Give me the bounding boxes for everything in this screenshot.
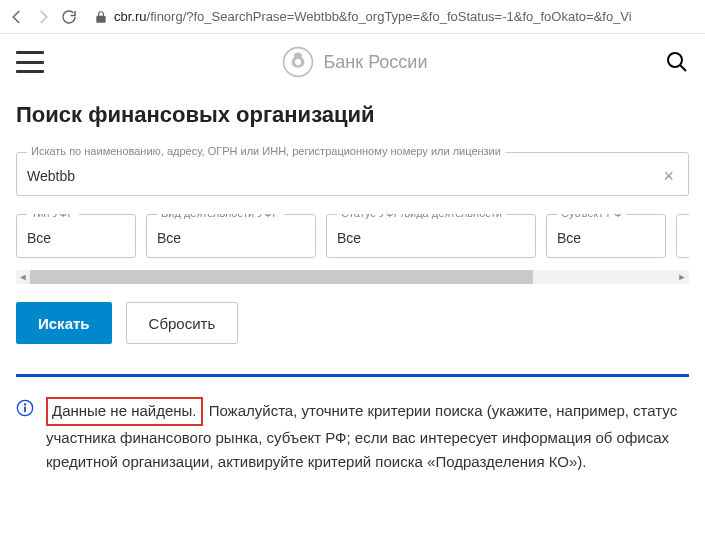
form-actions: Искать Сбросить: [16, 302, 689, 344]
scroll-track[interactable]: [30, 270, 675, 284]
filter-overflow[interactable]: [676, 214, 689, 258]
site-header: Банк России: [0, 34, 705, 90]
forward-button[interactable]: [34, 8, 52, 26]
filter-activity[interactable]: Вид деятельности УФР Все: [146, 214, 316, 258]
reload-button[interactable]: [60, 8, 78, 26]
filter-row: Тип УФР Все Вид деятельности УФР Все Ста…: [16, 214, 689, 258]
filter-type[interactable]: Тип УФР Все: [16, 214, 136, 258]
search-field-value: Webtbb: [27, 168, 75, 184]
url-text: cbr.ru/finorg/?fo_SearchPrase=Webtbb&fo_…: [114, 9, 632, 24]
svg-point-4: [24, 403, 26, 405]
filter-status-label: Статус УФР/вида деятельности: [337, 214, 506, 219]
filter-type-value: Все: [17, 215, 135, 257]
filter-activity-label: Вид деятельности УФР: [157, 214, 284, 219]
clear-search-button[interactable]: ×: [659, 167, 678, 185]
browser-toolbar: cbr.ru/finorg/?fo_SearchPrase=Webtbb&fo_…: [0, 0, 705, 34]
filter-type-label: Тип УФР: [27, 214, 79, 219]
address-bar[interactable]: cbr.ru/finorg/?fo_SearchPrase=Webtbb&fo_…: [86, 4, 697, 30]
search-field[interactable]: Искать по наименованию, адресу, ОГРН или…: [16, 152, 689, 196]
reset-button[interactable]: Сбросить: [126, 302, 239, 344]
results-notice: Данные не найдены. Пожалуйста, уточните …: [16, 397, 689, 493]
filter-region[interactable]: Субъект РФ Все: [546, 214, 666, 258]
svg-line-2: [680, 65, 686, 71]
search-button[interactable]: Искать: [16, 302, 112, 344]
brand-text: Банк России: [324, 52, 428, 73]
brand-logo-icon: [282, 46, 314, 78]
filter-region-value: Все: [547, 215, 665, 257]
menu-button[interactable]: [16, 51, 44, 73]
svg-point-0: [283, 48, 312, 77]
results-divider: [16, 374, 689, 377]
lock-icon: [94, 10, 108, 24]
filter-region-label: Субъект РФ: [557, 214, 626, 219]
horizontal-scrollbar[interactable]: ◄ ►: [16, 270, 689, 284]
global-search-button[interactable]: [665, 50, 689, 74]
svg-point-1: [668, 53, 682, 67]
info-icon: [16, 399, 34, 417]
scroll-thumb[interactable]: [30, 270, 533, 284]
search-field-label: Искать по наименованию, адресу, ОГРН или…: [27, 145, 505, 157]
svg-rect-5: [24, 407, 26, 412]
back-button[interactable]: [8, 8, 26, 26]
filter-activity-value: Все: [147, 215, 315, 257]
brand[interactable]: Банк России: [282, 46, 428, 78]
filter-status-value: Все: [327, 215, 535, 257]
not-found-highlight: Данные не найдены.: [46, 397, 203, 426]
filter-status[interactable]: Статус УФР/вида деятельности Все: [326, 214, 536, 258]
scroll-left-icon[interactable]: ◄: [16, 270, 30, 284]
scroll-right-icon[interactable]: ►: [675, 270, 689, 284]
page-title: Поиск финансовых организаций: [16, 102, 689, 128]
notice-text: Данные не найдены. Пожалуйста, уточните …: [46, 397, 689, 473]
